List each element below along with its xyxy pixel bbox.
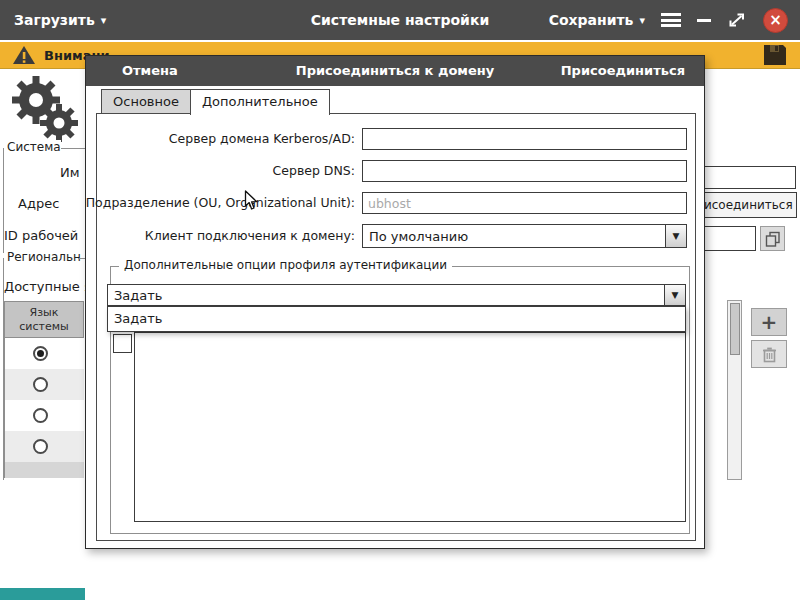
settings-gear-small-icon bbox=[38, 102, 80, 144]
ou-label: Подразделение (OU, Organizational Unit): bbox=[86, 192, 355, 214]
computer-name-label: Им bbox=[60, 165, 80, 180]
tab-panel: Сервер домена Kerberos/AD: Сервер DNS: П… bbox=[96, 113, 696, 541]
workgroup-id-label: ID рабочей bbox=[4, 228, 78, 243]
join-button[interactable]: Присоединиться bbox=[561, 56, 685, 86]
language-row[interactable] bbox=[4, 338, 84, 369]
top-toolbar: Загрузить ▾ Системные настройки Сохранит… bbox=[0, 0, 800, 40]
dns-server-input[interactable] bbox=[362, 160, 687, 182]
bg-join-domain-button[interactable]: рисоединиться bbox=[692, 192, 797, 218]
remove-language-button[interactable] bbox=[751, 340, 787, 368]
caret-down-icon: ▾ bbox=[639, 14, 645, 27]
close-icon: × bbox=[769, 13, 782, 28]
regional-group-label: Региональн bbox=[7, 250, 81, 264]
save-file-icon[interactable] bbox=[762, 43, 788, 67]
menu-icon[interactable] bbox=[661, 13, 681, 27]
auth-options-list[interactable] bbox=[134, 332, 686, 522]
save-menu-button[interactable]: Сохранить ▾ bbox=[549, 12, 645, 28]
auth-profile-dropdown: Задать bbox=[107, 306, 686, 332]
copy-button[interactable] bbox=[760, 226, 785, 251]
tab-basic[interactable]: Основное bbox=[101, 89, 191, 114]
language-table bbox=[4, 338, 84, 478]
domain-client-select[interactable]: По умолчанию ▼ bbox=[362, 224, 687, 248]
join-domain-dialog: Отмена Присоединиться к домену Присоедин… bbox=[85, 55, 705, 549]
copy-icon bbox=[765, 231, 781, 247]
scrollbar-thumb[interactable] bbox=[730, 303, 740, 355]
dns-server-label: Сервер DNS: bbox=[273, 160, 355, 182]
save-menu-label: Сохранить bbox=[549, 12, 634, 28]
dialog-tabs: Основное Дополнительное bbox=[101, 89, 330, 115]
radio-icon[interactable] bbox=[33, 377, 48, 392]
warning-icon bbox=[12, 45, 36, 65]
domain-address-label: Адрес bbox=[18, 196, 59, 211]
regional-group-border bbox=[78, 258, 85, 259]
domain-client-label: Клиент подключения к домену: bbox=[145, 225, 355, 247]
radio-icon[interactable] bbox=[33, 408, 48, 423]
trash-icon bbox=[762, 346, 777, 363]
expand-icon[interactable] bbox=[727, 11, 747, 29]
language-row[interactable] bbox=[4, 431, 84, 462]
auth-profile-combo[interactable]: Задать ▼ bbox=[107, 284, 686, 306]
language-table-header-text: Язык системы bbox=[16, 306, 72, 334]
domain-client-value: По умолчанию bbox=[363, 225, 665, 247]
dropdown-arrow-icon[interactable]: ▼ bbox=[665, 225, 686, 247]
minimize-icon[interactable] bbox=[697, 19, 711, 22]
add-language-button[interactable]: + bbox=[751, 308, 787, 336]
radio-icon[interactable] bbox=[33, 439, 48, 454]
language-row[interactable] bbox=[4, 400, 84, 431]
kerberos-server-input[interactable] bbox=[362, 128, 687, 150]
plus-icon: + bbox=[761, 312, 778, 332]
mouse-cursor bbox=[243, 190, 259, 212]
available-languages-label: Доступные я bbox=[4, 279, 92, 294]
language-table-footer bbox=[4, 462, 84, 478]
languages-scrollbar[interactable] bbox=[727, 300, 742, 480]
system-group-label: Система bbox=[7, 140, 61, 154]
ou-input[interactable] bbox=[362, 192, 687, 214]
radio-selected-icon[interactable] bbox=[33, 346, 48, 361]
cancel-button[interactable]: Отмена bbox=[122, 56, 178, 86]
auth-options-legend: Дополнительные опции профиля аутентифика… bbox=[119, 258, 452, 272]
system-group-border bbox=[61, 148, 85, 149]
auth-profile-value: Задать bbox=[108, 285, 664, 305]
bg-domain-address-input[interactable] bbox=[692, 166, 796, 189]
option-checkbox[interactable] bbox=[113, 334, 132, 353]
tab-additional[interactable]: Дополнительное bbox=[190, 89, 330, 115]
language-table-header: Язык системы bbox=[4, 301, 84, 338]
dropdown-arrow-icon[interactable]: ▼ bbox=[664, 285, 685, 305]
kerberos-server-label: Сервер домена Kerberos/AD: bbox=[169, 128, 355, 150]
close-button[interactable]: × bbox=[763, 8, 788, 33]
dropdown-option[interactable]: Задать bbox=[108, 307, 685, 331]
toolbar-right-group: Сохранить ▾ × bbox=[549, 0, 788, 40]
bg-join-domain-label: рисоединиться bbox=[696, 198, 792, 212]
bottom-accent-bar bbox=[0, 588, 85, 600]
language-row[interactable] bbox=[4, 369, 84, 400]
dialog-header: Отмена Присоединиться к домену Присоедин… bbox=[86, 56, 704, 86]
app-window: Загрузить ▾ Системные настройки Сохранит… bbox=[0, 0, 800, 600]
